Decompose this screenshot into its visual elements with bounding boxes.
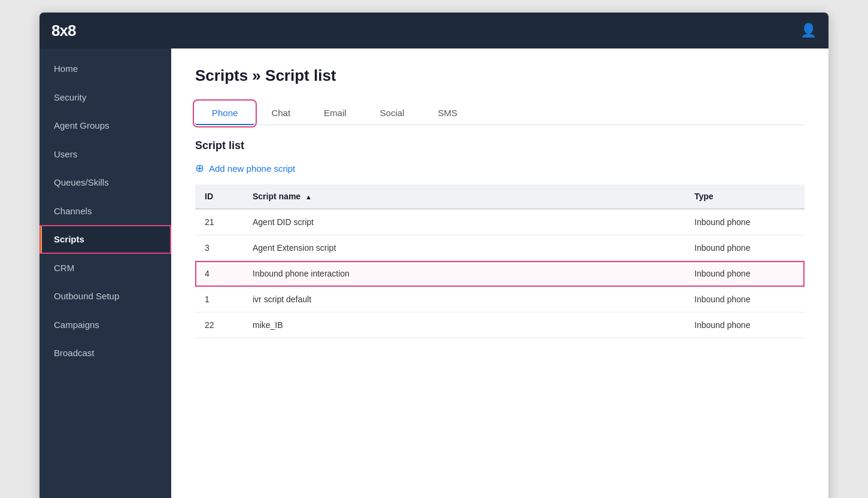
- sidebar-item-channels[interactable]: Channels: [40, 197, 171, 226]
- cell-type: Inbound phone: [685, 261, 805, 287]
- tab-social[interactable]: Social: [363, 102, 421, 125]
- cell-id: 3: [195, 235, 243, 261]
- table-header-row: ID Script name ▲ Type: [195, 184, 805, 209]
- top-bar: 8x8 👤: [40, 13, 828, 48]
- main-content: Scripts » Script list Phone Chat Email S…: [171, 48, 828, 498]
- table-row[interactable]: 22mike_IBInbound phone: [195, 312, 805, 338]
- tab-phone[interactable]: Phone: [195, 102, 254, 125]
- cell-script-name: Inbound phone interaction: [243, 261, 685, 287]
- cell-script-name: ivr script default: [243, 287, 685, 312]
- cell-script-name: mike_IB: [243, 312, 685, 338]
- add-icon: ⊕: [195, 162, 204, 175]
- sidebar-item-security[interactable]: Security: [40, 83, 171, 112]
- add-link-label: Add new phone script: [209, 163, 295, 174]
- cell-type: Inbound phone: [685, 287, 805, 312]
- sidebar: Home Security Agent Groups Users Queues/…: [40, 48, 171, 498]
- cell-type: Inbound phone: [685, 209, 805, 235]
- col-header-type: Type: [685, 184, 805, 209]
- table-row[interactable]: 1ivr script defaultInbound phone: [195, 287, 805, 312]
- section-title: Script list: [195, 139, 805, 152]
- user-icon[interactable]: 👤: [800, 23, 817, 38]
- cell-type: Inbound phone: [685, 235, 805, 261]
- sidebar-item-outbound-setup[interactable]: Outbound Setup: [40, 282, 171, 311]
- page-title: Scripts » Script list: [195, 66, 805, 85]
- script-table: ID Script name ▲ Type 21Agent DID script…: [195, 184, 805, 338]
- cell-id: 21: [195, 209, 243, 235]
- cell-id: 22: [195, 312, 243, 338]
- sidebar-item-users[interactable]: Users: [40, 140, 171, 169]
- table-row[interactable]: 21Agent DID scriptInbound phone: [195, 209, 805, 235]
- sidebar-item-scripts[interactable]: Scripts: [40, 225, 171, 254]
- sidebar-item-crm[interactable]: CRM: [40, 254, 171, 283]
- col-header-name[interactable]: Script name ▲: [243, 184, 685, 209]
- script-table-body: 21Agent DID scriptInbound phone3Agent Ex…: [195, 209, 805, 338]
- tab-chat[interactable]: Chat: [254, 102, 307, 125]
- sidebar-item-agent-groups[interactable]: Agent Groups: [40, 111, 171, 140]
- sidebar-item-queues-skills[interactable]: Queues/Skills: [40, 168, 171, 197]
- tabs-row: Phone Chat Email Social SMS: [195, 102, 805, 125]
- sidebar-item-home[interactable]: Home: [40, 54, 171, 83]
- add-new-script-link[interactable]: ⊕ Add new phone script: [195, 162, 805, 175]
- app-body: Home Security Agent Groups Users Queues/…: [40, 48, 828, 498]
- tab-email[interactable]: Email: [307, 102, 363, 125]
- sidebar-item-broadcast[interactable]: Broadcast: [40, 339, 171, 368]
- cell-type: Inbound phone: [685, 312, 805, 338]
- app-logo: 8x8: [51, 22, 75, 40]
- cell-id: 4: [195, 261, 243, 287]
- table-row[interactable]: 4Inbound phone interactionInbound phone: [195, 261, 805, 287]
- cell-script-name: Agent DID script: [243, 209, 685, 235]
- sort-arrow-name: ▲: [305, 193, 312, 201]
- tab-sms[interactable]: SMS: [421, 102, 474, 125]
- sidebar-item-campaigns[interactable]: Campaigns: [40, 311, 171, 339]
- col-header-id: ID: [195, 184, 243, 209]
- table-row[interactable]: 3Agent Extension scriptInbound phone: [195, 235, 805, 261]
- app-window: 8x8 👤 Home Security Agent Groups Users Q…: [39, 12, 829, 498]
- cell-script-name: Agent Extension script: [243, 235, 685, 261]
- cell-id: 1: [195, 287, 243, 312]
